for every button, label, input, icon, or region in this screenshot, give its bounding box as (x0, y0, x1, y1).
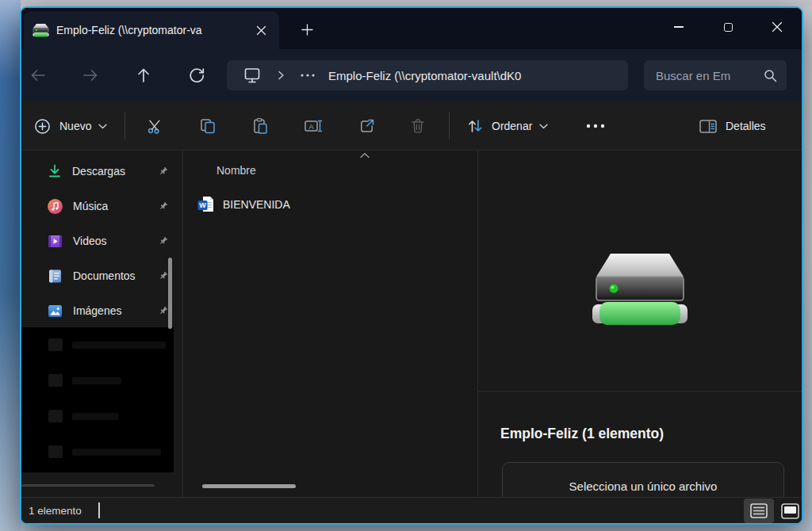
svg-text:W: W (199, 201, 206, 209)
maximize-icon[interactable] (703, 8, 753, 46)
sidebar-item-descargas[interactable]: Descargas (25, 155, 177, 188)
address-path[interactable]: Emplo-Feliz (\\cryptomator-vault\dK0 (328, 69, 521, 82)
sidebar-item-documentos[interactable]: Documentos (25, 259, 177, 292)
breadcrumb-chevron-icon[interactable] (276, 71, 285, 80)
titlebar: Emplo-Feliz (\\cryptomator-va (21, 8, 802, 49)
search-placeholder[interactable]: Buscar en Em (656, 69, 764, 82)
status-divider (98, 502, 100, 518)
redacted-item (48, 337, 166, 353)
pin-icon (157, 235, 169, 247)
pin-icon (157, 166, 169, 178)
details-hint-box: Selecciona un único archivo (502, 462, 784, 497)
address-bar[interactable]: Emplo-Feliz (\\cryptomator-vault\dK0 (227, 60, 628, 90)
command-bar: Nuevo A (21, 101, 802, 151)
cut-button[interactable] (138, 101, 171, 151)
pin-icon (157, 201, 169, 212)
details-pane: Emplo-Feliz (1 elemento) Selecciona un ú… (478, 151, 802, 497)
pin-icon (157, 270, 169, 282)
vault-drive-icon (32, 23, 50, 37)
sort-button-label: Ordenar (492, 120, 532, 132)
new-button[interactable]: Nuevo (26, 101, 115, 151)
sidebar-scrollbar-thumb[interactable] (168, 258, 172, 329)
file-explorer-window: Emplo-Feliz (\\cryptomator-va (20, 6, 803, 525)
chevron-down-icon (98, 124, 107, 129)
redacted-item (48, 444, 161, 460)
scissors-icon (146, 117, 163, 135)
sidebar-item-videos[interactable]: Videos (25, 224, 177, 258)
sort-ascending-caret-icon[interactable] (359, 152, 370, 159)
pin-icon (157, 305, 169, 317)
breadcrumb-ellipsis-icon[interactable] (300, 73, 316, 78)
sidebar-item-label: Imágenes (73, 304, 157, 317)
navigation-bar: Emplo-Feliz (\\cryptomator-vault\dK0 Bus… (21, 49, 802, 101)
details-heading: Emplo-Feliz (1 elemento) (500, 426, 664, 442)
status-bar: 1 elemento (21, 497, 802, 523)
content-area: Descargas Música Videos (21, 151, 802, 497)
more-options-button[interactable] (579, 101, 612, 151)
sidebar-item-imagenes[interactable]: Imágenes (25, 294, 177, 327)
chevron-down-icon (539, 124, 548, 129)
toolbar-divider (449, 113, 450, 139)
file-name: BIENVENIDA (223, 198, 290, 211)
redacted-item (48, 372, 121, 388)
file-list-horizontal-scrollbar-thumb[interactable] (202, 484, 296, 488)
details-hint-text: Selecciona un único archivo (569, 479, 718, 493)
share-icon (358, 117, 376, 135)
this-pc-icon[interactable] (243, 66, 262, 85)
minimize-icon[interactable] (654, 8, 703, 46)
refresh-icon[interactable] (180, 59, 213, 92)
word-doc-icon: W (197, 196, 214, 213)
pictures-icon (47, 303, 63, 319)
details-view-button[interactable]: Detalles (692, 101, 772, 151)
item-count: 1 elemento (29, 505, 82, 517)
search-icon[interactable] (764, 69, 777, 82)
large-icons-view-button[interactable] (775, 499, 803, 523)
download-icon (47, 163, 63, 179)
details-button-label: Detalles (726, 120, 766, 132)
sidebar-item-label: Documentos (73, 269, 157, 282)
sidebar-item-label: Videos (73, 235, 157, 247)
paste-icon (251, 117, 269, 135)
music-icon (47, 198, 63, 215)
forward-icon[interactable] (74, 59, 107, 92)
tab-title: Emplo-Feliz (\\cryptomator-va (56, 24, 251, 36)
sort-arrows-icon (466, 117, 484, 135)
new-button-label: Nuevo (59, 120, 91, 132)
file-row-bienvenida[interactable]: W BIENVENIDA (197, 192, 459, 217)
column-header-name[interactable]: Nombre (216, 164, 256, 177)
details-divider (478, 391, 802, 392)
tab-close-icon[interactable] (251, 20, 271, 40)
sidebar-item-label: Descargas (72, 165, 157, 178)
redacted-item (48, 408, 118, 424)
share-button[interactable] (350, 101, 384, 151)
sort-button[interactable]: Ordenar (460, 101, 554, 151)
search-box[interactable]: Buscar en Em (644, 60, 787, 90)
trash-icon (409, 117, 427, 135)
back-icon[interactable] (21, 59, 55, 92)
sidebar-item-label: Música (73, 200, 157, 212)
paste-button[interactable] (243, 101, 277, 151)
rename-icon: A (304, 117, 323, 135)
svg-text:A: A (308, 123, 313, 131)
delete-button[interactable] (401, 101, 435, 151)
desktop-background-top (0, 0, 812, 6)
close-icon[interactable] (753, 8, 802, 46)
large-icons-view-icon (781, 503, 799, 519)
toolbar-divider (124, 113, 125, 139)
up-icon[interactable] (127, 59, 160, 92)
vault-drive-preview-icon (592, 250, 688, 327)
redacted-sidebar-region (21, 327, 174, 472)
rename-button[interactable]: A (297, 101, 330, 151)
details-list-view-button[interactable] (744, 499, 774, 523)
video-icon (47, 233, 63, 250)
desktop-background-left (0, 0, 21, 531)
sidebar-horizontal-scrollbar[interactable] (21, 484, 155, 487)
copy-button[interactable] (191, 101, 224, 151)
new-tab-icon[interactable] (297, 19, 317, 40)
sidebar-item-musica[interactable]: Música (25, 189, 177, 223)
explorer-tab[interactable]: Emplo-Feliz (\\cryptomator-va (24, 11, 279, 49)
details-pane-icon (699, 117, 718, 135)
ellipsis-icon (585, 123, 606, 129)
copy-icon (199, 117, 216, 135)
file-list: Nombre W BIENVENIDA (183, 151, 477, 497)
